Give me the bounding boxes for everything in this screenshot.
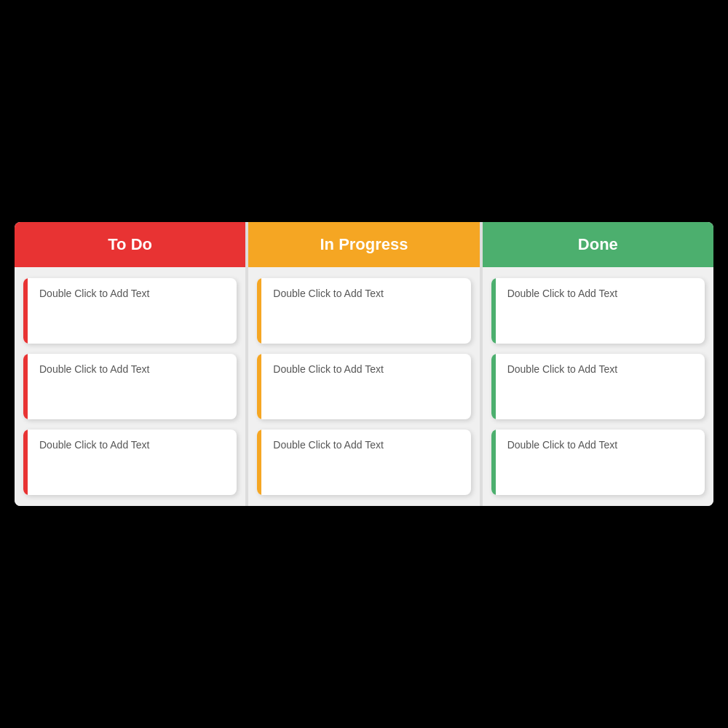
column-todo: To DoDouble Click to Add TextDouble Clic… bbox=[15, 222, 245, 506]
card-text-inprogress-0: Double Click to Add Text bbox=[273, 288, 384, 299]
card-inprogress-1[interactable]: Double Click to Add Text bbox=[257, 354, 470, 419]
card-todo-2[interactable]: Double Click to Add Text bbox=[23, 430, 237, 495]
card-text-todo-1: Double Click to Add Text bbox=[39, 363, 150, 375]
card-inprogress-2[interactable]: Double Click to Add Text bbox=[257, 430, 470, 495]
column-body-done: Double Click to Add TextDouble Click to … bbox=[483, 267, 713, 506]
card-done-2[interactable]: Double Click to Add Text bbox=[491, 430, 705, 495]
card-inprogress-0[interactable]: Double Click to Add Text bbox=[257, 278, 470, 344]
kanban-columns: To DoDouble Click to Add TextDouble Clic… bbox=[15, 222, 713, 506]
column-body-inprogress: Double Click to Add TextDouble Click to … bbox=[248, 267, 479, 506]
card-text-done-0: Double Click to Add Text bbox=[507, 288, 618, 299]
column-body-todo: Double Click to Add TextDouble Click to … bbox=[15, 267, 245, 506]
column-header-inprogress: In Progress bbox=[248, 222, 479, 267]
card-text-done-1: Double Click to Add Text bbox=[507, 363, 618, 375]
column-header-done: Done bbox=[483, 222, 713, 267]
card-todo-1[interactable]: Double Click to Add Text bbox=[23, 354, 237, 419]
card-text-inprogress-2: Double Click to Add Text bbox=[273, 439, 384, 451]
column-header-todo: To Do bbox=[15, 222, 245, 267]
column-inprogress: In ProgressDouble Click to Add TextDoubl… bbox=[248, 222, 479, 506]
card-text-done-2: Double Click to Add Text bbox=[507, 439, 618, 451]
card-text-inprogress-1: Double Click to Add Text bbox=[273, 363, 384, 375]
card-done-0[interactable]: Double Click to Add Text bbox=[491, 278, 705, 344]
column-done: DoneDouble Click to Add TextDouble Click… bbox=[483, 222, 713, 506]
card-done-1[interactable]: Double Click to Add Text bbox=[491, 354, 705, 419]
card-todo-0[interactable]: Double Click to Add Text bbox=[23, 278, 237, 344]
kanban-board: To DoDouble Click to Add TextDouble Clic… bbox=[15, 222, 713, 506]
card-text-todo-0: Double Click to Add Text bbox=[39, 288, 150, 299]
card-text-todo-2: Double Click to Add Text bbox=[39, 439, 150, 451]
